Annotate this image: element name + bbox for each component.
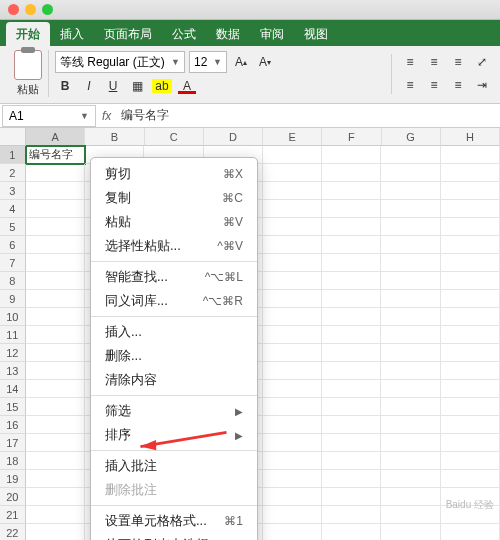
cell[interactable] [263, 416, 322, 434]
row-header[interactable]: 21 [0, 506, 26, 524]
cell[interactable] [263, 308, 322, 326]
cell[interactable] [322, 398, 381, 416]
cell[interactable] [26, 524, 85, 540]
menu-pick-from-list[interactable]: 从下拉列表中选择... [91, 533, 257, 540]
cell[interactable] [322, 326, 381, 344]
column-header[interactable]: D [204, 128, 263, 146]
cell[interactable] [441, 146, 500, 164]
cell[interactable] [441, 344, 500, 362]
cell[interactable] [322, 416, 381, 434]
cell[interactable] [263, 488, 322, 506]
cell[interactable] [263, 524, 322, 540]
row-header[interactable]: 20 [0, 488, 26, 506]
cell[interactable] [322, 290, 381, 308]
column-header[interactable]: C [145, 128, 204, 146]
cell[interactable] [263, 146, 322, 164]
cell[interactable] [322, 434, 381, 452]
menu-paste-special[interactable]: 选择性粘贴...^⌘V [91, 234, 257, 258]
menu-clear[interactable]: 清除内容 [91, 368, 257, 392]
align-left-button[interactable]: ≡ [400, 75, 420, 95]
cell[interactable] [26, 326, 85, 344]
cell[interactable] [381, 506, 440, 524]
cell[interactable] [381, 272, 440, 290]
underline-button[interactable]: U [103, 76, 123, 96]
tab-review[interactable]: 审阅 [250, 22, 294, 46]
cell[interactable] [263, 290, 322, 308]
cell[interactable] [26, 416, 85, 434]
cell[interactable] [263, 470, 322, 488]
row-header[interactable]: 18 [0, 452, 26, 470]
align-bottom-button[interactable]: ≡ [448, 52, 468, 72]
cell[interactable] [263, 254, 322, 272]
row-header[interactable]: 16 [0, 416, 26, 434]
cell[interactable] [322, 200, 381, 218]
tab-data[interactable]: 数据 [206, 22, 250, 46]
cell[interactable] [381, 290, 440, 308]
cell[interactable] [263, 182, 322, 200]
align-right-button[interactable]: ≡ [448, 75, 468, 95]
cell[interactable] [441, 164, 500, 182]
cell[interactable] [26, 308, 85, 326]
cell[interactable] [381, 164, 440, 182]
cell[interactable] [263, 326, 322, 344]
cell[interactable] [263, 506, 322, 524]
cell[interactable] [26, 272, 85, 290]
menu-cut[interactable]: 剪切⌘X [91, 162, 257, 186]
row-header[interactable]: 22 [0, 524, 26, 540]
font-color-button[interactable]: A [177, 76, 197, 96]
cell[interactable] [263, 200, 322, 218]
cell[interactable] [322, 146, 381, 164]
cell[interactable] [441, 380, 500, 398]
row-header[interactable]: 7 [0, 254, 26, 272]
paste-button[interactable]: 粘贴 [17, 82, 39, 97]
cell[interactable] [381, 236, 440, 254]
cell[interactable] [26, 380, 85, 398]
row-header[interactable]: 2 [0, 164, 26, 182]
cell[interactable] [381, 182, 440, 200]
cell[interactable] [322, 506, 381, 524]
cell[interactable] [322, 488, 381, 506]
column-header[interactable]: E [263, 128, 322, 146]
menu-copy[interactable]: 复制⌘C [91, 186, 257, 210]
column-header[interactable]: H [441, 128, 500, 146]
row-header[interactable]: 4 [0, 200, 26, 218]
cell[interactable] [381, 218, 440, 236]
cell[interactable] [381, 200, 440, 218]
zoom-window-button[interactable] [42, 4, 53, 15]
cell[interactable] [263, 434, 322, 452]
cell[interactable] [322, 164, 381, 182]
cell[interactable] [322, 380, 381, 398]
cell[interactable] [441, 524, 500, 540]
cell[interactable] [263, 398, 322, 416]
tab-insert[interactable]: 插入 [50, 22, 94, 46]
cell[interactable] [441, 272, 500, 290]
cell[interactable] [322, 218, 381, 236]
cell[interactable] [322, 470, 381, 488]
cell[interactable] [26, 254, 85, 272]
close-window-button[interactable] [8, 4, 19, 15]
cell[interactable] [26, 452, 85, 470]
select-all-corner[interactable] [0, 128, 26, 146]
cell[interactable] [263, 452, 322, 470]
decrease-font-button[interactable]: A▾ [255, 52, 275, 72]
cell[interactable] [26, 182, 85, 200]
cell[interactable] [263, 272, 322, 290]
cell[interactable] [381, 326, 440, 344]
cell[interactable] [26, 344, 85, 362]
cell[interactable] [26, 164, 85, 182]
cell[interactable] [322, 362, 381, 380]
row-header[interactable]: 5 [0, 218, 26, 236]
row-header[interactable]: 15 [0, 398, 26, 416]
cell[interactable] [441, 398, 500, 416]
cell[interactable] [26, 506, 85, 524]
name-box[interactable]: A1▼ [2, 105, 96, 127]
formula-input[interactable]: 编号名字 [117, 107, 173, 124]
cell[interactable] [322, 254, 381, 272]
increase-font-button[interactable]: A▴ [231, 52, 251, 72]
cell[interactable] [26, 434, 85, 452]
menu-insert[interactable]: 插入... [91, 320, 257, 344]
fx-icon[interactable]: fx [96, 109, 117, 123]
cell[interactable] [26, 470, 85, 488]
font-name-select[interactable]: 等线 Regular (正文)▼ [55, 51, 185, 73]
row-header[interactable]: 8 [0, 272, 26, 290]
